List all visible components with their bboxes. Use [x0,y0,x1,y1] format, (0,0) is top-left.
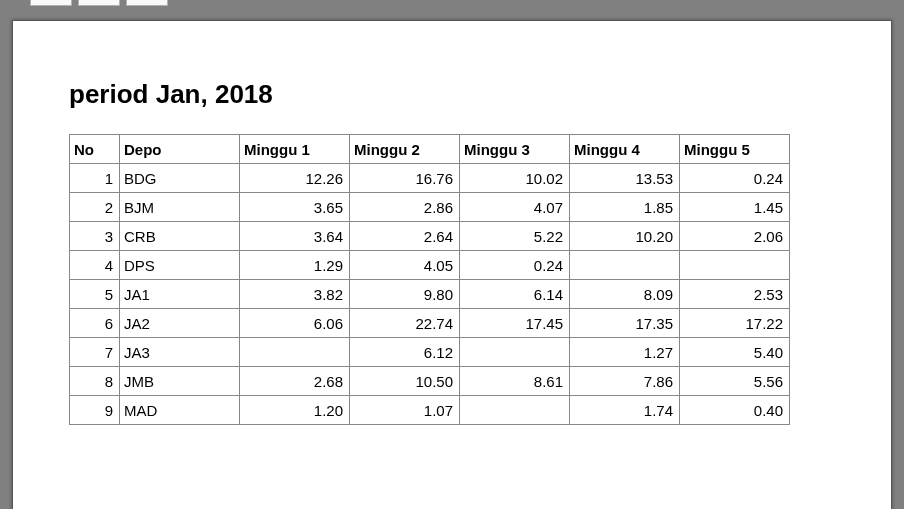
cell-depo: JA2 [120,309,240,338]
cell-w3 [460,396,570,425]
col-header-week4: Minggu 4 [570,135,680,164]
cell-no: 3 [70,222,120,251]
toolbar-fragment [30,0,168,8]
cell-no: 1 [70,164,120,193]
table-row: 7 JA3 6.12 1.27 5.40 [70,338,790,367]
cell-w4: 10.20 [570,222,680,251]
cell-depo: JMB [120,367,240,396]
cell-w3: 17.45 [460,309,570,338]
cell-depo: MAD [120,396,240,425]
col-header-week3: Minggu 3 [460,135,570,164]
cell-w2: 2.64 [350,222,460,251]
cell-w3: 8.61 [460,367,570,396]
cell-w1 [240,338,350,367]
col-header-no: No [70,135,120,164]
cell-depo: JA3 [120,338,240,367]
cell-depo: BJM [120,193,240,222]
cell-depo: CRB [120,222,240,251]
cell-w3: 6.14 [460,280,570,309]
table-row: 1 BDG 12.26 16.76 10.02 13.53 0.24 [70,164,790,193]
cell-no: 4 [70,251,120,280]
cell-no: 9 [70,396,120,425]
cell-w1: 1.20 [240,396,350,425]
cell-depo: DPS [120,251,240,280]
col-header-week5: Minggu 5 [680,135,790,164]
table-row: 2 BJM 3.65 2.86 4.07 1.85 1.45 [70,193,790,222]
cell-w2: 1.07 [350,396,460,425]
cell-w5: 1.45 [680,193,790,222]
report-table: No Depo Minggu 1 Minggu 2 Minggu 3 Mingg… [69,134,790,425]
cell-w3: 5.22 [460,222,570,251]
cell-no: 7 [70,338,120,367]
cell-w5: 0.40 [680,396,790,425]
cell-w1: 3.82 [240,280,350,309]
cell-w5: 2.06 [680,222,790,251]
cell-w5: 5.56 [680,367,790,396]
table-body: 1 BDG 12.26 16.76 10.02 13.53 0.24 2 BJM… [70,164,790,425]
cell-w3: 10.02 [460,164,570,193]
cell-no: 8 [70,367,120,396]
cell-no: 2 [70,193,120,222]
table-row: 5 JA1 3.82 9.80 6.14 8.09 2.53 [70,280,790,309]
cell-w3: 0.24 [460,251,570,280]
cell-w4: 13.53 [570,164,680,193]
table-row: 3 CRB 3.64 2.64 5.22 10.20 2.06 [70,222,790,251]
table-row: 8 JMB 2.68 10.50 8.61 7.86 5.56 [70,367,790,396]
toolbar-button-fragment[interactable] [78,0,120,6]
cell-w1: 2.68 [240,367,350,396]
cell-w1: 3.64 [240,222,350,251]
toolbar-button-fragment[interactable] [126,0,168,6]
cell-w2: 22.74 [350,309,460,338]
cell-w2: 4.05 [350,251,460,280]
cell-w5: 0.24 [680,164,790,193]
cell-w1: 12.26 [240,164,350,193]
cell-w2: 16.76 [350,164,460,193]
cell-w2: 6.12 [350,338,460,367]
cell-w5: 17.22 [680,309,790,338]
cell-w1: 3.65 [240,193,350,222]
cell-depo: JA1 [120,280,240,309]
pdf-viewer-shell: period Jan, 2018 No Depo Minggu 1 Minggu… [0,0,904,509]
cell-w4: 17.35 [570,309,680,338]
cell-w4: 7.86 [570,367,680,396]
cell-w4: 1.85 [570,193,680,222]
cell-w4 [570,251,680,280]
cell-w4: 8.09 [570,280,680,309]
col-header-week1: Minggu 1 [240,135,350,164]
table-row: 9 MAD 1.20 1.07 1.74 0.40 [70,396,790,425]
cell-no: 6 [70,309,120,338]
table-header-row: No Depo Minggu 1 Minggu 2 Minggu 3 Mingg… [70,135,790,164]
cell-w5: 2.53 [680,280,790,309]
cell-w2: 9.80 [350,280,460,309]
cell-w4: 1.27 [570,338,680,367]
col-header-depo: Depo [120,135,240,164]
cell-w2: 10.50 [350,367,460,396]
cell-depo: BDG [120,164,240,193]
cell-w5: 5.40 [680,338,790,367]
cell-no: 5 [70,280,120,309]
table-row: 6 JA2 6.06 22.74 17.45 17.35 17.22 [70,309,790,338]
cell-w1: 6.06 [240,309,350,338]
document-page: period Jan, 2018 No Depo Minggu 1 Minggu… [12,20,892,509]
cell-w4: 1.74 [570,396,680,425]
col-header-week2: Minggu 2 [350,135,460,164]
toolbar-button-fragment[interactable] [30,0,72,6]
table-row: 4 DPS 1.29 4.05 0.24 [70,251,790,280]
page-title: period Jan, 2018 [69,79,881,110]
cell-w3: 4.07 [460,193,570,222]
cell-w3 [460,338,570,367]
cell-w2: 2.86 [350,193,460,222]
cell-w5 [680,251,790,280]
cell-w1: 1.29 [240,251,350,280]
